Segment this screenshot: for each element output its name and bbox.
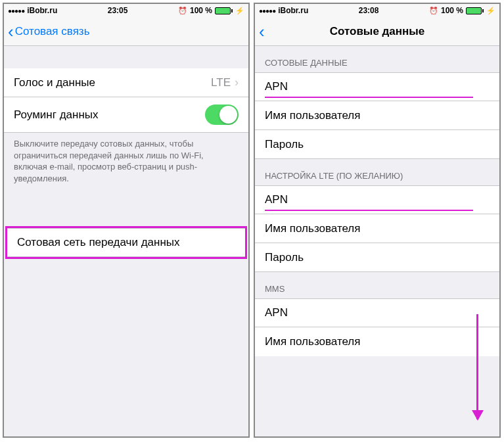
voice-data-value: LTE	[211, 76, 231, 89]
username-cell-3[interactable]: Имя пользователя	[255, 327, 499, 356]
highlight-annotation: Сотовая сеть передачи данных	[5, 226, 247, 259]
footer-text: Выключите передачу сотовых данных, чтобы…	[4, 133, 248, 189]
content: Голос и данные LTE › Роуминг данных Выкл…	[4, 46, 248, 436]
carrier-label: iBobr.ru	[278, 6, 308, 15]
phone-left: ●●●●● iBobr.ru 23:05 ⏰ 100 % ⚡ ‹ Сотовая…	[3, 3, 250, 438]
apn-label: APN	[265, 306, 288, 319]
navbar: ‹ Сотовые данные	[255, 17, 499, 46]
alarm-icon: ⏰	[178, 7, 187, 15]
signal-dots-icon: ●●●●●	[8, 7, 24, 14]
password-cell-1[interactable]: Пароль	[255, 130, 499, 159]
username-label: Имя пользователя	[265, 109, 361, 122]
alarm-icon: ⏰	[429, 7, 438, 15]
back-button[interactable]: ‹ Сотовая связь	[4, 23, 90, 40]
username-label: Имя пользователя	[265, 222, 361, 235]
chevron-right-icon: ›	[235, 76, 239, 89]
battery-percent: 100 %	[441, 6, 463, 15]
cellular-network-cell[interactable]: Сотовая сеть передачи данных	[7, 228, 245, 257]
status-time: 23:08	[359, 6, 379, 15]
status-bar: ●●●●● iBobr.ru 23:05 ⏰ 100 % ⚡	[4, 4, 248, 17]
apn-label: APN	[265, 80, 288, 93]
roaming-label: Роуминг данных	[14, 108, 99, 122]
phone-right: ●●●●● iBobr.ru 23:08 ⏰ 100 % ⚡ ‹ Сотовые…	[254, 3, 501, 438]
password-cell-2[interactable]: Пароль	[255, 243, 499, 272]
nav-title: Сотовые данные	[255, 25, 499, 38]
back-label: Сотовая связь	[15, 25, 90, 38]
roaming-cell[interactable]: Роуминг данных	[4, 97, 248, 133]
status-time: 23:05	[108, 6, 128, 15]
section-header-mms: MMS	[255, 272, 499, 298]
apn-label: APN	[265, 193, 288, 206]
carrier-label: iBobr.ru	[27, 6, 57, 15]
username-cell-2[interactable]: Имя пользователя	[255, 214, 499, 243]
back-button[interactable]: ‹	[255, 23, 265, 40]
apn-cell-3[interactable]: APN	[255, 298, 499, 327]
status-bar: ●●●●● iBobr.ru 23:08 ⏰ 100 % ⚡	[255, 4, 499, 17]
arrow-annotation	[476, 314, 478, 419]
password-label: Пароль	[265, 138, 304, 151]
chevron-left-icon: ‹	[8, 23, 14, 40]
voice-data-label: Голос и данные	[14, 76, 95, 89]
battery-icon	[215, 7, 233, 14]
chevron-left-icon: ‹	[259, 23, 265, 40]
signal-dots-icon: ●●●●●	[259, 7, 275, 14]
username-label: Имя пользователя	[265, 335, 361, 348]
content: СОТОВЫЕ ДАННЫЕ APN Имя пользователя Паро…	[255, 46, 499, 436]
section-header-cellular: СОТОВЫЕ ДАННЫЕ	[255, 46, 499, 72]
roaming-toggle[interactable]	[205, 105, 239, 125]
cellular-network-label: Сотовая сеть передачи данных	[17, 236, 180, 249]
apn-cell-1[interactable]: APN	[255, 72, 499, 101]
username-cell-1[interactable]: Имя пользователя	[255, 101, 499, 130]
battery-icon	[466, 7, 484, 14]
navbar: ‹ Сотовая связь	[4, 17, 248, 46]
charging-icon: ⚡	[235, 7, 244, 15]
charging-icon: ⚡	[486, 7, 495, 15]
voice-data-cell[interactable]: Голос и данные LTE ›	[4, 68, 248, 97]
battery-percent: 100 %	[190, 6, 212, 15]
apn-cell-2[interactable]: APN	[255, 185, 499, 214]
password-label: Пароль	[265, 251, 304, 264]
section-header-lte: НАСТРОЙКА LTE (ПО ЖЕЛАНИЮ)	[255, 159, 499, 185]
